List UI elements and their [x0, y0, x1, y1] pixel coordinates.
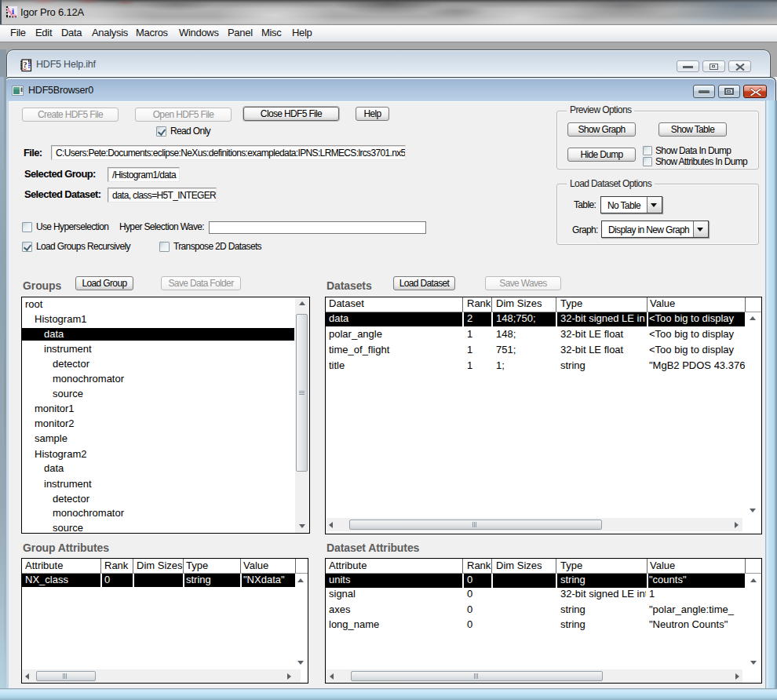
svg-text:?: ? [24, 60, 27, 69]
svg-text:i: i [12, 6, 14, 16]
